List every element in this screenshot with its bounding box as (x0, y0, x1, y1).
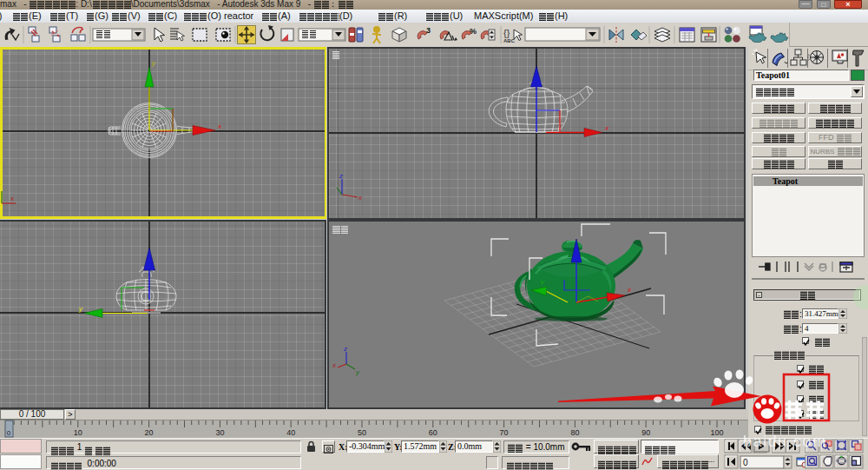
svg-text:baidu.com: baidu.com (743, 433, 827, 450)
